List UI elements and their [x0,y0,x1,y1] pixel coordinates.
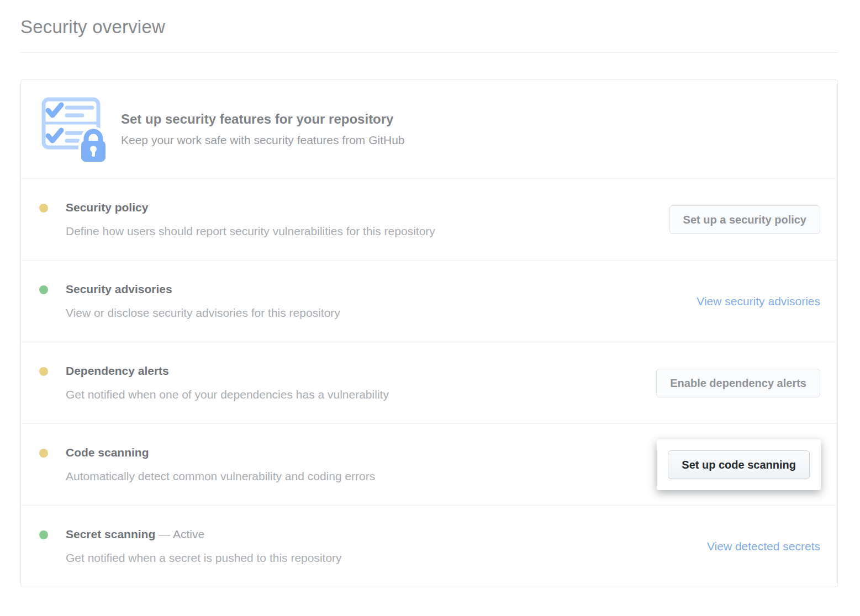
view-security-advisories-link[interactable]: View security advisories [697,295,820,308]
banner-subtitle: Keep your work safe with security featur… [121,134,405,147]
feature-name: Security advisories [66,282,685,297]
title-divider [20,52,838,53]
enable-dependency-alerts-button[interactable]: Enable dependency alerts [656,369,820,397]
feature-text: Secret scanning— Active Get notified whe… [66,527,707,566]
feature-row-code-scanning: Code scanning Automatically detect commo… [21,423,837,505]
banner: Set up security features for your reposi… [21,80,837,178]
status-dot [39,449,48,458]
view-detected-secrets-link[interactable]: View detected secrets [707,540,820,553]
security-features-card: Set up security features for your reposi… [20,79,838,587]
status-dot [39,367,48,376]
feature-row-security-policy: Security policy Define how users should … [21,178,837,260]
feature-action: Set up code scanning [657,450,820,479]
security-checklist-lock-icon [39,95,111,164]
status-dot [39,285,48,294]
feature-name: Security policy [66,200,658,215]
banner-text: Set up security features for your reposi… [121,111,405,147]
feature-action: Set up a security policy [669,205,820,234]
feature-action: View detected secrets [707,540,820,553]
feature-action: Enable dependency alerts [656,369,820,397]
feature-name: Dependency alerts [66,363,645,379]
feature-description: Get notified when a secret is pushed to … [66,550,696,566]
feature-text: Code scanning Automatically detect commo… [66,445,657,484]
feature-row-dependency-alerts: Dependency alerts Get notified when one … [21,342,837,423]
feature-name-text: Secret scanning [66,528,155,540]
feature-description: Automatically detect common vulnerabilit… [66,469,646,484]
page-title: Security overview [20,17,838,38]
feature-text: Security policy Define how users should … [66,200,669,239]
feature-text: Security advisories View or disclose sec… [66,282,697,321]
status-dot [39,204,48,213]
banner-title: Set up security features for your reposi… [121,111,405,127]
set-up-security-policy-button[interactable]: Set up a security policy [669,205,820,234]
feature-description: Get notified when one of your dependenci… [66,387,645,402]
feature-row-security-advisories: Security advisories View or disclose sec… [21,260,837,342]
security-overview-page: Security overview [0,0,860,616]
status-dot [39,530,48,539]
feature-row-secret-scanning: Secret scanning— Active Get notified whe… [21,505,837,587]
feature-action: View security advisories [697,295,820,308]
feature-name: Code scanning [66,445,646,460]
feature-text: Dependency alerts Get notified when one … [66,363,656,402]
feature-name: Secret scanning— Active [66,527,696,542]
feature-description: Define how users should report security … [66,224,658,239]
feature-description: View or disclose security advisories for… [66,305,685,321]
feature-status-text: — Active [159,528,204,540]
spotlight-highlight: Set up code scanning [657,439,821,490]
set-up-code-scanning-button[interactable]: Set up code scanning [668,450,810,479]
